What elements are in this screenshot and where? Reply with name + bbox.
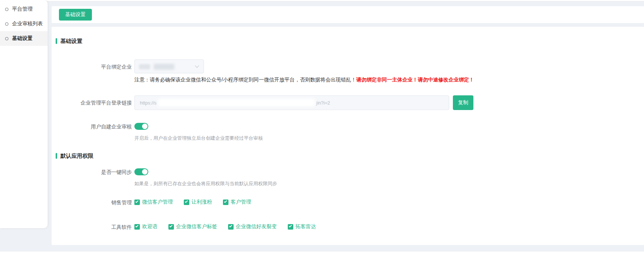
self-build-audit-toggle[interactable] [134,123,148,130]
self-build-audit-label: 用户自建企业审核 [52,123,132,130]
checkbox-wecom-friend-fission[interactable]: 企业微信好友裂变 [228,223,277,230]
checkbox-label: 客户管理 [231,199,251,205]
section-title: 默认应用权限 [60,153,93,160]
bottom-edge-strip [0,252,644,256]
toggle-knob [142,169,148,175]
checkbox-welcome-message[interactable]: 欢迎语 [134,223,157,230]
sidebar-item-label: 企业审核列表 [12,21,43,27]
tool-software-checkbox-group: 欢迎语 企业微信客户标签 企业微信好友裂变 拓客雷达 [134,223,316,230]
copy-button[interactable]: 复制 [453,95,473,110]
toggle-knob [142,124,148,129]
login-link-label: 企业管理平台登录链接 [52,99,132,106]
checkbox-icon [134,200,140,205]
platform-company-select[interactable] [134,59,204,73]
checkbox-customer-radar[interactable]: 拓客雷达 [288,223,316,230]
binding-note-text: 注意：请务必确保该企业微信和公众号/小程序绑定到同一微信开放平台，否则数据将会出… [134,77,356,83]
checkbox-icon [168,224,174,230]
section-header-permissions: 默认应用权限 [56,153,93,159]
check-icon [224,200,227,203]
section-accent-bar [56,153,57,159]
login-link-prefix: https://s [140,100,157,106]
redacted-company-name [139,64,150,69]
binding-note: 注意：请务必确保该企业微信和公众号/小程序绑定到同一微信开放平台，否则数据将会出… [134,76,474,83]
checkbox-rebate-fans[interactable]: 让利涨粉 [184,199,212,205]
section-title: 基础设置 [60,38,82,45]
check-icon [135,224,138,227]
admin-settings-screen: 平台管理 企业审核列表 基础设置 基础设置 基础设置 平台绑定企业 注意：请务必… [0,0,644,256]
section-accent-bar [56,38,57,44]
checkbox-customer-management[interactable]: 客户管理 [223,199,251,205]
sales-management-label: 销售管理 [52,199,132,206]
check-icon [185,200,188,203]
circle-icon [5,22,8,26]
tab-bar: 基础设置 [52,6,644,23]
check-icon [229,224,232,227]
one-click-sync-description: 如果是，则所有已存在企业也会将应用权限与当前默认应用权限同步 [134,181,277,187]
check-icon [289,224,292,227]
tool-software-label: 工具软件 [52,224,132,230]
sidebar-item-platform-management[interactable]: 平台管理 [0,2,48,17]
tab-basic-settings[interactable]: 基础设置 [59,9,92,21]
sidebar-item-label: 平台管理 [12,6,33,12]
redacted-company-name [154,64,174,70]
sidebar-item-label: 基础设置 [12,35,33,42]
checkbox-label: 微信客户管理 [142,199,173,205]
checkbox-icon [288,224,293,230]
redacted-url-segment [158,99,315,107]
checkbox-label: 企业微信客户标签 [176,223,217,230]
one-click-sync-toggle[interactable] [134,168,148,175]
checkbox-label: 拓客雷达 [295,223,316,230]
sidebar-item-enterprise-audit-list[interactable]: 企业审核列表 [0,17,48,31]
sales-management-checkbox-group: 微信客户管理 让利涨粉 客户管理 [134,199,251,205]
platform-company-label: 平台绑定企业 [52,63,132,70]
checkbox-wechat-customer-management[interactable]: 微信客户管理 [134,199,173,205]
checkbox-icon [134,224,140,230]
check-icon [170,224,172,227]
checkbox-icon [228,224,234,230]
circle-icon [5,37,8,40]
sidebar: 平台管理 企业审核列表 基础设置 [0,0,48,228]
sidebar-item-basic-settings[interactable]: 基础设置 [0,31,48,46]
checkbox-label: 欢迎语 [142,223,157,230]
login-link-input[interactable]: https://s jin?i=2 [134,95,449,110]
checkbox-icon [184,200,189,205]
binding-warning-text: 请勿绑定非同一主体企业！请勿中途修改企业绑定！ [356,77,474,83]
circle-icon [5,8,8,11]
checkbox-label: 企业微信好友裂变 [236,223,277,230]
settings-card: 基础设置 平台绑定企业 注意：请务必确保该企业微信和公众号/小程序绑定到同一微信… [52,27,644,245]
one-click-sync-label: 是否一键同步 [52,169,132,175]
check-icon [135,200,138,203]
checkbox-wecom-customer-tags[interactable]: 企业微信客户标签 [168,223,217,230]
chevron-down-icon [195,63,199,67]
top-edge-strip [0,0,644,1]
self-build-audit-description: 开启后，用户在企业管理独立后台创建企业需要经过平台审核 [134,135,263,141]
login-link-suffix: jin?i=2 [316,100,330,106]
checkbox-label: 让利涨粉 [191,199,212,205]
checkbox-icon [223,200,228,205]
section-header-basic: 基础设置 [56,38,82,44]
